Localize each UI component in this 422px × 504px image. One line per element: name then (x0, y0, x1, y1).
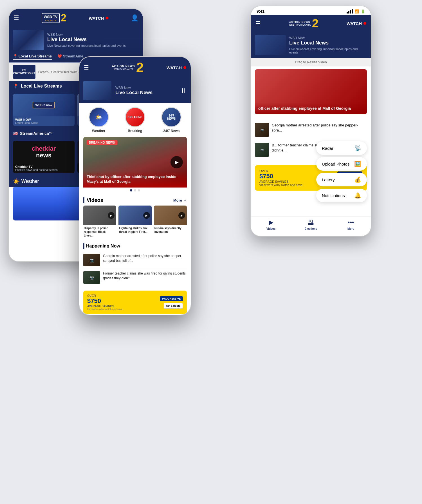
blue-accent-happening (83, 243, 84, 249)
progressive-logo-front: PROGRESSIVE (160, 296, 183, 301)
channel-breaking-img: BREAKING (125, 107, 145, 127)
breaking-card[interactable]: BREAKING NEWS ▶ Thief shot by officer af… (83, 137, 187, 193)
stream-card-info-1: WSB NOW Latest Local News (13, 116, 75, 126)
overlay-upload-photos[interactable]: Upload Photos 🖼️ (316, 157, 367, 171)
status-icons-right: 📶 🔋 (347, 9, 365, 14)
logo-front: ACTION NEWS WSB-TV ATLANTA 2 (112, 61, 144, 74)
hamburger-icon[interactable]: ☰ (14, 14, 19, 22)
happening-item-1[interactable]: 📷 Georgia mother arrested after police s… (83, 251, 187, 269)
weather-circle-inner: 🌤️ (89, 108, 108, 126)
hamburger-front[interactable]: ☰ (84, 64, 89, 71)
happening-now: Happening Now 📷 Georgia mother arrested … (79, 241, 191, 288)
videos-tab-label: Videos (266, 227, 276, 230)
logo-wsb-left: WSB-TV ATLANTA 2 (42, 13, 66, 23)
channel-247-img: 24/7NEWS (161, 107, 181, 127)
videos-title: Videos (87, 197, 103, 203)
app-header-right: ☰ ACTION NEWS WSB-TV ATLANTA 2 WATCH (251, 15, 371, 32)
hamburger-right[interactable]: ☰ (255, 20, 261, 27)
play-btn-breaking[interactable]: ▶ (170, 156, 183, 168)
happening-thumb-1: 📷 (83, 254, 100, 266)
usa-icon: 🇺🇸 (13, 131, 18, 136)
tab-videos[interactable]: ▶ Videos (251, 219, 291, 230)
logo-sub-left: ATLANTA (44, 19, 57, 22)
overlay-lottery[interactable]: Lottery 💰 (316, 173, 367, 186)
hero-thumb-left (13, 30, 44, 50)
story-item-1[interactable]: 📷 Georgia mother arrested after police s… (255, 120, 367, 140)
live-channels-row: 🌤️ Weather BREAKING Breaking 24/7NEWS 24… (79, 103, 191, 137)
nav-tab-local[interactable]: 📍 Local Live Streams (13, 54, 52, 60)
live-dot-right (363, 22, 366, 25)
video-card-1[interactable]: ▶ Disparity in police response: Black Li… (83, 206, 116, 238)
streamamerica-text: StreamAmerica™ (20, 131, 53, 136)
logo-2-front: 2 (136, 61, 144, 74)
tab-elections[interactable]: 🗳 Elections (291, 219, 331, 230)
cheddar-img: cheddar news (13, 141, 75, 163)
elections-tab-label: Elections (305, 227, 317, 230)
breaking-circle-inner: BREAKING (126, 108, 144, 126)
video-play-2: ▶ (143, 212, 150, 219)
video-thumb-2: ▶ (118, 206, 151, 225)
phone-back-right: 9:41 📶 🔋 ☰ ACTION NEWS WSB-TV ATLAN (250, 6, 371, 237)
more-tab-label: More (347, 227, 354, 230)
hero-source-right: WSB Now (289, 36, 367, 40)
ad-left: OVER $750 AVERAGE SAVINGS for drivers wh… (259, 169, 302, 187)
vid-icon-1: 📷 (89, 258, 94, 262)
happening-item-2[interactable]: 📷 Former teacher claims she was fired fo… (83, 269, 187, 286)
logo-2-right: 2 (312, 17, 318, 29)
video-card-2[interactable]: ▶ Lightning strikes, fire threat trigger… (118, 206, 151, 238)
front-hero-info: WSB Now Live Local News (115, 86, 176, 95)
news-headline-right: officer after stabbing employee at Mall … (258, 106, 363, 111)
watch-button-left[interactable]: WATCH (89, 16, 109, 21)
hero-desc-right: Live Newscast covering important local t… (289, 47, 367, 54)
hero-banner-left: WSB Now Live Local News Live Newscast co… (9, 27, 143, 53)
channel-weather-img: 🌤️ (89, 107, 109, 127)
elections-tab-icon: 🗳 (308, 219, 314, 226)
story-thumb-1: 📷 (255, 123, 269, 137)
nav-tab-stream[interactable]: ❤️ StreamAme... (57, 54, 86, 60)
dot-1 (130, 189, 132, 191)
video-card-3[interactable]: ▶ Russia says directly inveration (154, 206, 187, 238)
weather-text-left: Weather (21, 179, 39, 184)
news-card-right[interactable]: officer after stabbing employee at Mall … (255, 69, 367, 114)
logo-number-left: 2 (61, 13, 66, 23)
video-play-3: ▶ (178, 212, 185, 219)
channel-breaking[interactable]: BREAKING Breaking (125, 107, 145, 133)
stream-card-img-1: WSB 2 now (13, 94, 75, 116)
arrow-icon: → (183, 198, 187, 202)
stream-card-1[interactable]: WSB 2 now WSB NOW Latest Local News (13, 94, 75, 126)
channel-247[interactable]: 24/7NEWS 24/7 News (161, 107, 181, 133)
get-quote-btn-front[interactable]: Get a Quote (163, 303, 183, 309)
bottom-tabs-right: ▶ Videos 🗳 Elections ••• More (251, 216, 371, 236)
breaking-card-img: BREAKING NEWS ▶ Thief shot by officer af… (83, 137, 187, 188)
more-link[interactable]: More → (173, 198, 187, 202)
user-icon-left[interactable]: 👤 (131, 14, 138, 22)
cheddar-logo: cheddar news (32, 145, 56, 159)
drag-resize-bar[interactable]: Drag to Resize Video (251, 58, 371, 66)
breaking-label: BREAKING NEWS (87, 140, 117, 145)
videos-section: Videos More → ▶ Disparity in police resp… (79, 196, 191, 241)
hero-desc-left: Live Newscast covering important local t… (47, 44, 126, 47)
happening-text-1: Georgia mother arrested after police say… (103, 254, 187, 266)
watch-btn-front[interactable]: WATCH (167, 65, 186, 70)
news-overlay-right: officer after stabbing employee at Mall … (255, 102, 367, 114)
notifications-icon: 🔔 (354, 192, 361, 199)
dot-2 (134, 189, 136, 191)
tab-more[interactable]: ••• More (331, 219, 371, 230)
overlay-radar[interactable]: Radar 📡 (316, 141, 367, 155)
cheddar-card[interactable]: cheddar news Cheddar TV Positive news an… (13, 141, 75, 173)
video-title-3: Russia says directly inveration (154, 225, 187, 235)
channel-weather[interactable]: 🌤️ Weather (89, 107, 109, 133)
overlay-menu: Radar 📡 Upload Photos 🖼️ Lottery 💰 Notif… (316, 141, 367, 202)
hero-title-left: Live Local News (47, 37, 126, 43)
app-header-front: ☰ ACTION NEWS WSB-TV ATLANTA 2 WATCH (79, 57, 191, 78)
signal-bars (347, 9, 353, 14)
videos-tab-icon: ▶ (269, 219, 273, 226)
hero-info-right: WSB Now Live Local News Live Newscast co… (289, 36, 367, 54)
watch-btn-right[interactable]: WATCH (347, 21, 366, 26)
ad-banner-front: OVER $750 AVERAGE SAVINGS for drivers wh… (83, 291, 187, 314)
overlay-notifications[interactable]: Notifications 🔔 (316, 189, 367, 202)
hero-thumb-right (255, 35, 286, 55)
upload-photos-icon: 🖼️ (354, 160, 361, 167)
channel-weather-label: Weather (92, 129, 105, 133)
pause-button[interactable]: ⏸ (180, 87, 187, 95)
